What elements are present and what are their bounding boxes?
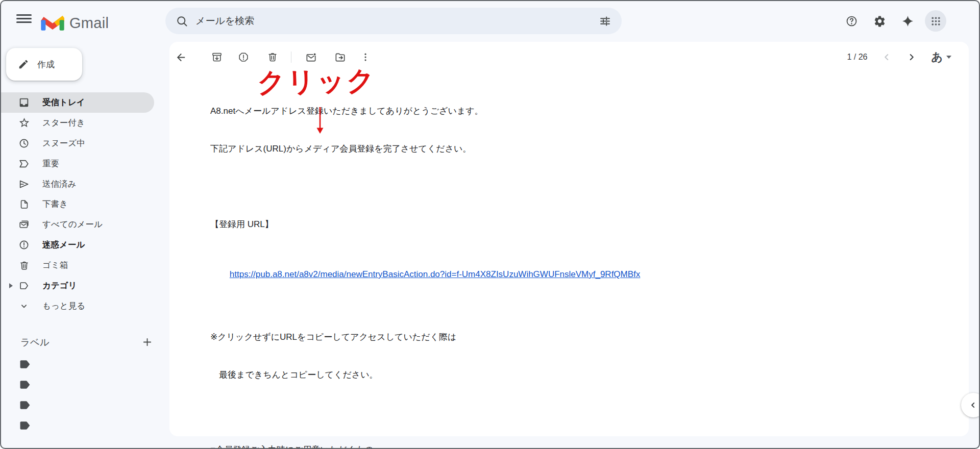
trash-icon bbox=[267, 52, 278, 63]
report-spam-button[interactable] bbox=[233, 47, 254, 67]
inbox-icon bbox=[18, 96, 30, 109]
sidebar-item-label: 迷惑メール bbox=[42, 239, 85, 251]
email-line: 【登録用 URL】 bbox=[210, 218, 640, 231]
sidebar-item-categories[interactable]: カテゴリ bbox=[1, 276, 154, 296]
search-icon[interactable] bbox=[176, 15, 188, 28]
sidebar-nav: 受信トレイ スター付き スヌーズ中 重要 送信済み bbox=[1, 92, 159, 316]
move-folder-icon bbox=[334, 52, 346, 63]
pagination-controls: 1 / 26 あ bbox=[847, 42, 951, 72]
important-marker-icon bbox=[18, 158, 30, 170]
draft-icon bbox=[18, 198, 30, 210]
email-line: 下記アドレス(URL)からメディア会員登録を完了させてください。 bbox=[210, 143, 640, 156]
toolbar-divider bbox=[291, 52, 291, 63]
pagination-counter: 1 / 26 bbox=[847, 53, 867, 62]
sidebar-item-label: すべてのメール bbox=[42, 219, 103, 230]
label-item[interactable] bbox=[19, 375, 31, 395]
sidebar-item-label: ゴミ箱 bbox=[42, 260, 68, 271]
labels-title: ラベル bbox=[20, 336, 50, 348]
search-input[interactable] bbox=[195, 15, 599, 27]
gmail-logo: Gmail bbox=[41, 14, 109, 32]
gear-icon bbox=[873, 15, 886, 28]
sidebar-item-starred[interactable]: スター付き bbox=[1, 113, 154, 133]
label-tag-icon bbox=[19, 421, 31, 430]
email-line bbox=[210, 293, 640, 306]
sidebar-item-trash[interactable]: ゴミ箱 bbox=[1, 255, 154, 276]
help-button[interactable] bbox=[841, 10, 862, 32]
sidebar-item-sent[interactable]: 送信済み bbox=[1, 174, 154, 194]
search-bar[interactable] bbox=[165, 8, 622, 34]
spam-icon bbox=[18, 239, 30, 251]
label-item[interactable] bbox=[19, 395, 31, 415]
gmail-m-icon bbox=[41, 14, 64, 32]
caret-down-icon bbox=[946, 56, 951, 59]
apps-grid-icon bbox=[929, 15, 942, 28]
label-tag-icon bbox=[19, 401, 31, 410]
click-annotation-text: クリック bbox=[257, 62, 376, 102]
email-body: A8.netへメールアドレス登録いただきましてありがとうございます。 下記アドレ… bbox=[210, 80, 640, 449]
label-item[interactable] bbox=[19, 415, 31, 436]
expand-arrow-icon[interactable] bbox=[9, 283, 13, 288]
email-line bbox=[210, 406, 640, 419]
older-chevron-button[interactable] bbox=[906, 52, 917, 63]
sidebar-item-spam[interactable]: 迷惑メール bbox=[1, 235, 154, 255]
sidebar-item-more[interactable]: もっと見る bbox=[1, 296, 154, 316]
sidebar-item-label: もっと見る bbox=[42, 301, 85, 312]
trash-icon bbox=[18, 259, 30, 271]
email-line: A8.netへメールアドレス登録いただきましてありがとうございます。 bbox=[210, 105, 640, 118]
header-actions bbox=[841, 8, 946, 34]
chevron-down-icon bbox=[18, 300, 30, 312]
sidebar-item-label: スター付き bbox=[42, 117, 85, 129]
compose-button[interactable]: 作成 bbox=[6, 48, 82, 81]
newer-chevron-button[interactable] bbox=[881, 52, 892, 63]
email-line: ■会員登録ご入力時にご用意いただくもの bbox=[210, 444, 640, 449]
gmail-window: Gmail bbox=[0, 0, 980, 449]
input-tools-button[interactable]: あ bbox=[931, 49, 951, 65]
google-apps-button[interactable] bbox=[925, 10, 946, 32]
report-spam-icon bbox=[238, 52, 249, 63]
sidebar-item-all-mail[interactable]: すべてのメール bbox=[1, 214, 154, 235]
chevron-left-icon bbox=[968, 400, 978, 410]
archive-icon bbox=[211, 52, 223, 63]
email-line bbox=[210, 181, 640, 193]
sidebar-item-label: 重要 bbox=[42, 158, 59, 169]
email-line: https://pub.a8.net/a8v2/media/newEntryBa… bbox=[210, 256, 640, 268]
sidebar-item-important[interactable]: 重要 bbox=[1, 154, 154, 174]
main-menu-button[interactable] bbox=[16, 14, 32, 23]
sidebar-item-label: カテゴリ bbox=[42, 280, 77, 291]
gemini-button[interactable] bbox=[897, 10, 918, 32]
app-name: Gmail bbox=[69, 15, 109, 32]
input-tool-glyph: あ bbox=[931, 49, 943, 65]
clock-icon bbox=[18, 137, 30, 149]
message-pane: 1 / 26 あ A8.netへメールアドレス登録いただきましてありがとうござい… bbox=[169, 42, 969, 436]
create-label-button[interactable] bbox=[141, 336, 153, 348]
click-annotation-arrow-icon bbox=[315, 107, 325, 134]
sidebar-item-snoozed[interactable]: スヌーズ中 bbox=[1, 133, 154, 154]
sidebar-item-label: 受信トレイ bbox=[42, 97, 85, 108]
label-list bbox=[19, 354, 31, 436]
category-tag-icon bbox=[18, 280, 30, 292]
settings-button[interactable] bbox=[869, 10, 890, 32]
sidebar-item-label: 送信済み bbox=[42, 179, 76, 190]
labels-header: ラベル bbox=[20, 336, 153, 348]
label-tag-icon bbox=[19, 380, 31, 389]
sidebar-item-label: スヌーズ中 bbox=[42, 138, 85, 149]
email-line: ※クリックせずにURLをコピーしてアクセスしていただく際は bbox=[210, 331, 640, 344]
all-mail-icon bbox=[18, 218, 30, 231]
sidebar-item-label: 下書き bbox=[42, 198, 68, 210]
archive-button[interactable] bbox=[207, 47, 227, 67]
pencil-icon bbox=[18, 59, 29, 70]
label-tag-icon bbox=[19, 360, 31, 369]
registration-url-link[interactable]: https://pub.a8.net/a8v2/media/newEntryBa… bbox=[230, 269, 641, 279]
back-arrow-icon bbox=[175, 52, 187, 63]
email-line: 最後まできちんとコピーしてください。 bbox=[210, 369, 640, 382]
sidebar-item-drafts[interactable]: 下書き bbox=[1, 194, 154, 214]
label-item[interactable] bbox=[19, 354, 31, 375]
more-vert-icon bbox=[360, 52, 371, 63]
back-button[interactable] bbox=[170, 47, 191, 67]
unread-envelope-icon bbox=[305, 52, 317, 63]
search-options-icon[interactable] bbox=[599, 15, 611, 28]
compose-label: 作成 bbox=[37, 59, 55, 70]
sidebar-item-inbox[interactable]: 受信トレイ bbox=[1, 92, 154, 113]
send-icon bbox=[18, 178, 30, 190]
star-icon bbox=[18, 117, 30, 129]
